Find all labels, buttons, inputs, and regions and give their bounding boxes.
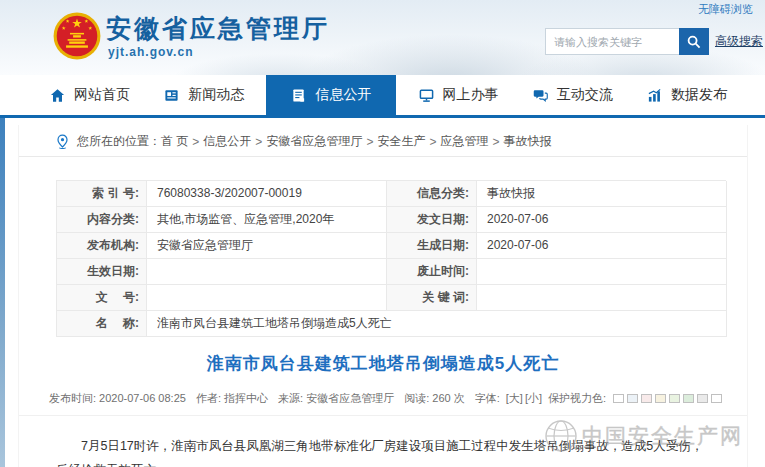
table-label-content-category: 内容分类:	[57, 207, 147, 233]
eye-color-swatch[interactable]	[697, 394, 708, 403]
nav-label: 网上办事	[443, 86, 499, 104]
breadcrumb-separator: >	[492, 135, 499, 149]
site-header: 无障碍浏览 安徽省应急管理厅 yjt.ah.gov.cn	[0, 0, 765, 75]
nav-label: 网站首页	[74, 86, 130, 104]
table-value-content-category: 其他,市场监管、应急管理,2020年	[147, 207, 387, 233]
breadcrumb-item-info[interactable]: 信息公开	[203, 133, 251, 150]
table-value-name: 淮南市凤台县建筑工地塔吊倒塌造成5人死亡	[147, 311, 727, 337]
advanced-search-link[interactable]: 高级搜索	[715, 33, 763, 50]
font-smaller-button[interactable]: [小]	[525, 391, 542, 406]
eye-color-swatch[interactable]	[669, 394, 680, 403]
search-input[interactable]	[545, 28, 679, 55]
main-navbar: 网站首页 新闻动态 信息公开 网上办事 互动交流	[0, 75, 765, 118]
nav-item-news[interactable]: 新闻动态	[152, 75, 256, 115]
nav-item-interaction[interactable]: 互动交流	[521, 75, 625, 115]
page: 无障碍浏览 安徽省应急管理厅 yjt.ah.gov.cn	[0, 0, 765, 467]
font-size-label: 字体:	[475, 391, 500, 406]
breadcrumb-item-accident-report[interactable]: 事故快报	[503, 133, 551, 150]
search-group: 高级搜索	[545, 28, 763, 55]
home-icon	[50, 88, 65, 103]
view-count: 阅读: 260 次	[404, 391, 465, 406]
table-label-info-category: 信息分类:	[387, 181, 477, 207]
publish-time: 发布时间: 2020-07-06 08:25	[49, 391, 186, 406]
article-meta: 发布时间: 2020-07-06 08:25 作者: 指挥中心 来源: 安徽省应…	[19, 391, 747, 406]
eye-color-swatch[interactable]	[627, 394, 638, 403]
source: 来源: 安徽省应急管理厅	[278, 391, 394, 406]
article-body-paragraph: 7月5日17时许，淮南市凤台县凤凰湖三角地带标准化厂房建设项目施工过程中发生塔吊…	[56, 435, 712, 467]
search-button[interactable]	[679, 28, 709, 55]
breadcrumb-separator: >	[366, 135, 373, 149]
page-left-edge-decoration	[0, 118, 5, 467]
breadcrumb-separator: >	[429, 135, 436, 149]
table-value-keywords	[477, 285, 727, 311]
table-value-publisher: 安徽省应急管理厅	[147, 233, 387, 259]
location-pin-icon	[55, 134, 70, 149]
table-label-doc-number: 文 号:	[57, 285, 147, 311]
table-label-issue-date: 发文日期:	[387, 207, 477, 233]
nav-item-data-release[interactable]: 数据发布	[635, 75, 739, 115]
breadcrumb-item-department[interactable]: 安徽省应急管理厅	[266, 133, 362, 150]
breadcrumb-item-home[interactable]: 首 页	[161, 133, 188, 150]
nav-label: 信息公开	[315, 86, 371, 104]
breadcrumb-item-safety[interactable]: 安全生产	[377, 133, 425, 150]
table-label-effective-date: 生效日期:	[57, 259, 147, 285]
national-emblem-logo	[52, 11, 102, 61]
news-icon	[164, 88, 179, 103]
table-label-name: 名 称:	[57, 311, 147, 337]
eye-color-swatch[interactable]	[711, 394, 722, 403]
table-value-info-category: 事故快报	[477, 181, 727, 207]
document-info-table: 索 引 号: 76080338-3/202007-00019 信息分类: 事故快…	[56, 180, 726, 337]
breadcrumb-separator: >	[192, 135, 199, 149]
chat-icon	[533, 88, 548, 103]
table-label-generated-date: 生成日期:	[387, 233, 477, 259]
breadcrumb: 您所在的位置： 首 页 > 信息公开 > 安徽省应急管理厅 > 安全生产 > 应…	[55, 133, 551, 150]
eye-color-swatch[interactable]	[641, 394, 652, 403]
eye-protection-label: 保护视力色:	[548, 391, 606, 406]
table-value-doc-number	[147, 285, 387, 311]
breadcrumb-separator: >	[255, 135, 262, 149]
author: 作者: 指挥中心	[196, 391, 268, 406]
eye-color-swatch[interactable]	[655, 394, 666, 403]
accessibility-link[interactable]: 无障碍浏览	[698, 2, 753, 17]
eye-protection-swatches	[613, 394, 722, 403]
table-label-expiry-date: 废止时间:	[387, 259, 477, 285]
chart-icon	[647, 88, 662, 103]
table-value-expiry-date	[477, 259, 727, 285]
article-title: 淮南市凤台县建筑工地塔吊倒塌造成5人死亡	[19, 352, 747, 375]
table-value-effective-date	[147, 259, 387, 285]
table-label-index-number: 索 引 号:	[57, 181, 147, 207]
meta-divider	[19, 415, 747, 416]
content-panel: 您所在的位置： 首 页 > 信息公开 > 安徽省应急管理厅 > 安全生产 > 应…	[18, 125, 748, 467]
table-value-issue-date: 2020-07-06	[477, 207, 727, 233]
nav-label: 数据发布	[671, 86, 727, 104]
table-value-index-number: 76080338-3/202007-00019	[147, 181, 387, 207]
nav-label: 互动交流	[557, 86, 613, 104]
site-url: yjt.ah.gov.cn	[108, 45, 193, 59]
eye-color-swatch[interactable]	[683, 394, 694, 403]
nav-item-online-services[interactable]: 网上办事	[407, 75, 511, 115]
nav-item-info-disclosure[interactable]: 信息公开	[266, 75, 396, 115]
monitor-icon	[419, 88, 434, 103]
nav-label: 新闻动态	[188, 86, 244, 104]
table-value-generated-date: 2020-07-06	[477, 233, 727, 259]
font-larger-button[interactable]: [大]	[506, 391, 523, 406]
breadcrumb-item-emergency[interactable]: 应急管理	[440, 133, 488, 150]
breadcrumb-divider	[19, 156, 747, 157]
nav-item-home[interactable]: 网站首页	[38, 75, 142, 115]
search-icon	[686, 34, 702, 50]
eye-color-swatch[interactable]	[613, 394, 624, 403]
site-title: 安徽省应急管理厅	[106, 12, 330, 45]
table-label-keywords: 关 键 词:	[387, 285, 477, 311]
document-icon	[291, 88, 306, 103]
breadcrumb-prefix: 您所在的位置：	[77, 133, 161, 150]
table-label-publisher: 发布机构:	[57, 233, 147, 259]
